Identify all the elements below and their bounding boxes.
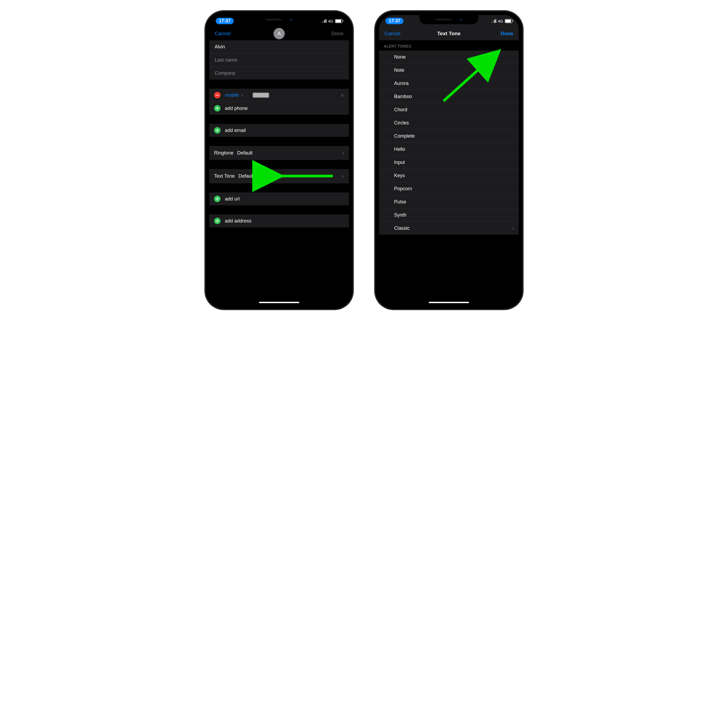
add-icon[interactable] xyxy=(214,127,221,133)
tone-row-synth[interactable]: Synth xyxy=(379,208,519,222)
texttone-section: Text Tone Default › xyxy=(209,169,349,183)
signal-icon xyxy=(322,19,326,23)
tone-row-popcorn[interactable]: Popcorn xyxy=(379,182,519,195)
tone-row-none[interactable]: None xyxy=(379,51,519,64)
address-section: add address xyxy=(209,214,349,227)
chevron-right-icon: › xyxy=(512,224,514,232)
add-address-label: add address xyxy=(225,218,251,224)
last-name-row[interactable] xyxy=(209,54,349,67)
nav-bar-edit-contact: Cancel A Done xyxy=(209,27,349,40)
done-button[interactable]: Done xyxy=(501,30,514,36)
notch xyxy=(250,15,309,24)
first-name-row[interactable] xyxy=(209,40,349,54)
svg-rect-0 xyxy=(216,95,219,95)
phone-frame-left: 17:37 4G Cancel A Done xyxy=(205,11,353,310)
add-icon[interactable] xyxy=(214,218,221,224)
chevron-right-icon: › xyxy=(241,92,243,98)
battery-icon xyxy=(505,19,512,23)
tone-label: Classic xyxy=(394,226,410,231)
done-button[interactable]: Done xyxy=(331,30,344,36)
svg-rect-4 xyxy=(217,129,218,132)
tone-row-note[interactable]: Note xyxy=(379,64,519,77)
reorder-icon[interactable]: ≡ xyxy=(341,92,344,98)
svg-rect-2 xyxy=(217,107,218,110)
tone-label: Input xyxy=(394,160,405,165)
tone-label: None xyxy=(394,54,406,60)
chevron-right-icon: › xyxy=(342,172,344,180)
tone-row-pulse[interactable]: Pulse xyxy=(379,195,519,208)
texttone-value: Default xyxy=(238,173,254,179)
tone-label: Note xyxy=(394,68,404,73)
screen-right: 17:37 4G Cancel Text Tone Done Alert Ton… xyxy=(379,15,519,305)
tone-list-content: Alert Tones NoneNoteAuroraBambooChordCir… xyxy=(379,40,519,305)
battery-icon xyxy=(335,19,342,23)
email-section: add email xyxy=(209,124,349,137)
nav-bar-text-tone: Cancel Text Tone Done xyxy=(379,27,519,40)
texttone-row[interactable]: Text Tone Default › xyxy=(209,169,349,183)
tone-label: Complete xyxy=(394,133,415,139)
section-header-alert-tones: Alert Tones xyxy=(379,40,519,51)
ringtone-label: Ringtone xyxy=(214,150,234,156)
add-email-row[interactable]: add email xyxy=(209,124,349,137)
svg-rect-7 xyxy=(217,197,218,201)
network-label: 4G xyxy=(328,19,334,23)
ringtone-row[interactable]: Ringtone Default › xyxy=(209,146,349,160)
tone-label: Keys xyxy=(394,173,405,178)
tone-label: Aurora xyxy=(394,81,409,86)
status-time: 17:37 xyxy=(216,18,234,24)
phone-section: mobile › ≡ add phone xyxy=(209,89,349,115)
home-indicator[interactable] xyxy=(259,302,299,303)
ringtone-section: Ringtone Default › xyxy=(209,146,349,160)
tone-label: Bamboo xyxy=(394,94,412,100)
edit-contact-content: mobile › ≡ add phone xyxy=(209,40,349,305)
add-address-row[interactable]: add address xyxy=(209,214,349,227)
last-name-input[interactable] xyxy=(214,57,344,63)
ringtone-value: Default xyxy=(237,150,253,156)
add-url-label: add url xyxy=(225,196,240,202)
remove-icon[interactable] xyxy=(214,92,221,98)
tone-row-bamboo[interactable]: Bamboo xyxy=(379,90,519,103)
name-section xyxy=(209,40,349,80)
add-phone-label: add phone xyxy=(225,106,248,111)
svg-rect-9 xyxy=(217,219,218,223)
tone-row-hello[interactable]: Hello xyxy=(379,143,519,156)
home-indicator[interactable] xyxy=(429,302,469,303)
notch xyxy=(419,15,478,24)
screen-left: 17:37 4G Cancel A Done xyxy=(209,15,349,305)
tone-row-circles[interactable]: Circles xyxy=(379,116,519,130)
tone-label: Chord xyxy=(394,107,407,113)
tone-label: Circles xyxy=(394,120,409,126)
tone-row-input[interactable]: Input xyxy=(379,156,519,169)
tone-row-classic[interactable]: Classic› xyxy=(379,222,519,234)
add-icon[interactable] xyxy=(214,105,221,111)
alert-tones-list: NoneNoteAuroraBambooChordCirclesComplete… xyxy=(379,51,519,234)
tone-row-aurora[interactable]: Aurora xyxy=(379,77,519,90)
add-email-label: add email xyxy=(225,128,246,133)
phone-entry-row[interactable]: mobile › ≡ xyxy=(209,89,349,102)
first-name-input[interactable] xyxy=(214,44,344,50)
url-section: add url xyxy=(209,192,349,205)
tone-row-keys[interactable]: Keys xyxy=(379,169,519,182)
tone-row-complete[interactable]: Complete xyxy=(379,130,519,143)
texttone-label: Text Tone xyxy=(214,173,235,179)
add-icon[interactable] xyxy=(214,196,221,202)
tone-row-chord[interactable]: Chord xyxy=(379,103,519,116)
company-input[interactable] xyxy=(214,70,344,76)
status-time: 17:37 xyxy=(386,18,403,24)
add-phone-row[interactable]: add phone xyxy=(209,102,349,115)
cancel-button[interactable]: Cancel xyxy=(384,30,400,36)
tone-label: Pulse xyxy=(394,199,406,205)
tone-label: Synth xyxy=(394,212,406,218)
tone-label: Popcorn xyxy=(394,186,412,192)
company-row[interactable] xyxy=(209,67,349,80)
tone-label: Hello xyxy=(394,146,405,152)
signal-icon xyxy=(491,19,496,23)
network-label: 4G xyxy=(498,19,503,23)
chevron-right-icon: › xyxy=(342,149,344,157)
contact-avatar[interactable]: A xyxy=(273,28,285,39)
phone-frame-right: 17:37 4G Cancel Text Tone Done Alert Ton… xyxy=(375,11,523,310)
phone-number-redacted xyxy=(253,93,269,98)
phone-type-label[interactable]: mobile xyxy=(225,93,239,98)
cancel-button[interactable]: Cancel xyxy=(215,30,231,36)
add-url-row[interactable]: add url xyxy=(209,192,349,205)
